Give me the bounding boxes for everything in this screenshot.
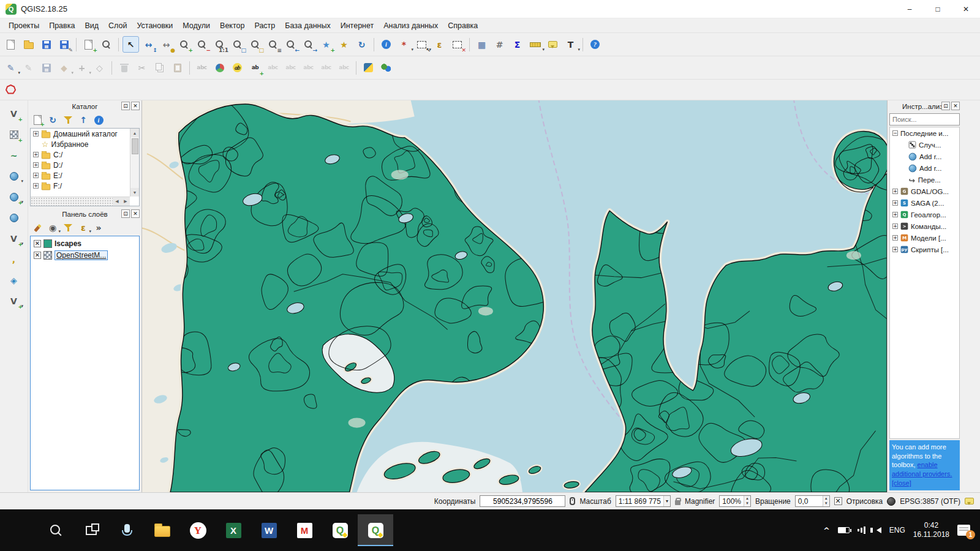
tree-item[interactable]: +C:/ <box>31 149 129 160</box>
render-checkbox[interactable]: ✕ <box>834 497 842 505</box>
menu-item-5[interactable]: Установки <box>132 20 178 32</box>
tree-item[interactable]: Случ... <box>890 139 959 151</box>
pan-to-selection-button[interactable]: ↔● <box>158 36 175 53</box>
add-spatialite-layer-button[interactable]: ~ <box>6 147 22 163</box>
change-label-button[interactable]: abc <box>336 59 352 76</box>
mouse-position-icon[interactable] <box>570 497 575 505</box>
cut-features-button[interactable]: ✂ <box>134 59 150 76</box>
notifications-button[interactable]: 1 <box>957 525 970 536</box>
qgis-active-button[interactable]: Q <box>358 514 393 546</box>
tree-item[interactable]: +QГеоалгор... <box>890 209 959 220</box>
network-icon[interactable] <box>858 527 865 534</box>
expander-icon[interactable]: + <box>33 162 39 168</box>
clock[interactable]: 0:42 16.11.2018 <box>913 521 949 539</box>
refresh-browser-button[interactable]: ↻ <box>46 113 59 127</box>
deselect-all-button[interactable]: ✕ <box>449 36 466 53</box>
tree-item[interactable]: +GGDAL/OG... <box>890 186 959 197</box>
expander-icon[interactable]: + <box>33 152 39 157</box>
map-tips-button[interactable] <box>545 36 561 53</box>
expander-icon[interactable]: + <box>892 247 898 252</box>
vertical-scrollbar[interactable]: ▲ ▼ <box>130 129 139 197</box>
qgis-button[interactable]: Q <box>322 514 358 546</box>
current-edits-button[interactable]: ✎▾ <box>2 59 19 76</box>
menu-item-6[interactable]: Модули <box>178 20 215 32</box>
touch-zoom-pan-button[interactable]: ↖ <box>123 36 139 53</box>
zoom-to-layer-button[interactable]: ≡ <box>265 36 281 53</box>
crs-globe-icon[interactable] <box>887 497 895 506</box>
add-raster-layer-button[interactable]: + <box>6 126 22 143</box>
zoom-in-button[interactable]: + <box>176 36 192 53</box>
menu-item-7[interactable]: Вектор <box>215 20 249 32</box>
pan-map-button[interactable]: ↔↕ <box>140 36 157 53</box>
hidden-icons-button[interactable]: ^ <box>823 527 830 534</box>
expander-icon[interactable]: + <box>892 189 898 194</box>
add-wcs-layer-button[interactable]: +▾ <box>6 189 22 205</box>
coordinates-input[interactable] <box>480 495 565 507</box>
volume-icon[interactable] <box>873 527 881 533</box>
expander-icon[interactable]: + <box>892 212 898 217</box>
tree-item[interactable]: +SSAGA (2... <box>890 197 959 209</box>
more-tools-button[interactable]: » <box>92 221 105 234</box>
help-button[interactable]: ? <box>587 36 603 53</box>
toolbox-search-input[interactable] <box>889 113 960 126</box>
start-button[interactable] <box>2 514 38 546</box>
new-virtual-layer-button[interactable]: V+▾ <box>6 293 22 309</box>
highlight-labels-button[interactable]: abc <box>265 59 281 76</box>
measure-button[interactable]: ▾ <box>527 36 543 53</box>
add-delimited-text-layer-button[interactable]: , <box>6 251 22 268</box>
save-layer-edits-button[interactable] <box>38 59 55 76</box>
search-button[interactable] <box>38 514 74 546</box>
lock-icon[interactable] <box>675 500 680 505</box>
chevron-down-icon[interactable]: ▾ <box>663 496 670 506</box>
menu-item-9[interactable]: База данных <box>280 20 335 32</box>
close-panel-button[interactable]: ✕ <box>131 102 140 110</box>
filter-legend-button[interactable] <box>61 221 75 234</box>
battery-icon[interactable] <box>838 527 850 533</box>
node-tool-button[interactable]: ◇ <box>91 59 108 76</box>
identify-features-button[interactable]: i <box>378 36 394 53</box>
close-notice-link[interactable]: [close] <box>892 479 911 487</box>
menu-item-10[interactable]: Интернет <box>336 20 379 32</box>
add-wms-layer-button[interactable]: ▾ <box>6 168 22 184</box>
tree-item[interactable]: +D:/ <box>31 160 129 170</box>
rotation-spinner[interactable]: 0,0 ▲▼ <box>795 495 830 507</box>
menu-item-12[interactable]: Справка <box>443 20 483 32</box>
yandex-browser-button[interactable]: Y <box>180 514 216 546</box>
move-feature-button[interactable]: +▾ <box>74 59 90 76</box>
minimize-button[interactable]: – <box>895 0 924 18</box>
word-button[interactable]: W <box>251 514 287 546</box>
close-panel-button[interactable]: ✕ <box>131 209 140 218</box>
show-bookmarks-button[interactable]: ★ <box>336 36 352 53</box>
scroll-left-icon[interactable]: ◀ <box>113 197 121 206</box>
menu-item-3[interactable]: Вид <box>80 20 104 32</box>
refresh-map-button[interactable]: ↻ <box>353 36 370 53</box>
layer-labeling-options-button[interactable]: ab <box>229 59 246 76</box>
collapse-all-button[interactable]: ↑ <box>77 113 90 127</box>
tree-item[interactable]: ↪Пере... <box>890 174 959 186</box>
copy-features-button[interactable] <box>151 59 168 76</box>
new-bookmark-button[interactable]: ★+ <box>318 36 334 53</box>
show-hide-labels-button[interactable]: abc <box>282 59 299 76</box>
tree-item[interactable]: Add r... <box>890 151 959 162</box>
menu-item-2[interactable]: Правка <box>44 20 80 32</box>
rotate-label-button[interactable]: abc <box>318 59 334 76</box>
field-calculator-button[interactable]: # <box>491 36 508 53</box>
expander-icon[interactable]: + <box>892 223 898 229</box>
scale-combo[interactable]: 1:11 869 775 ▾ <box>616 495 671 507</box>
zoom-out-button[interactable]: − <box>194 36 210 53</box>
horizontal-scrollbar[interactable]: ◀ ▶ <box>31 197 130 206</box>
zoom-next-button[interactable]: → <box>300 36 317 53</box>
maximize-button[interactable]: □ <box>924 0 952 18</box>
label-options-button[interactable]: abc <box>194 59 210 76</box>
map-image[interactable] <box>142 100 887 492</box>
layer-checkbox[interactable]: ✕ <box>34 252 41 259</box>
task-view-button[interactable] <box>74 514 109 546</box>
zoom-full-extent-button[interactable]: □ <box>229 36 246 53</box>
tree-item[interactable]: ☆Избранное <box>31 139 129 149</box>
magnifier-spinner[interactable]: 100% ▲▼ <box>719 495 751 507</box>
add-selected-layers-button[interactable]: + <box>31 113 44 127</box>
mail-button[interactable]: M <box>287 514 322 546</box>
new-shapefile-layer-button[interactable]: V+▾ <box>6 230 22 247</box>
tree-item[interactable]: Add r... <box>890 162 959 174</box>
run-feature-action-button[interactable]: *▾ <box>396 36 412 53</box>
